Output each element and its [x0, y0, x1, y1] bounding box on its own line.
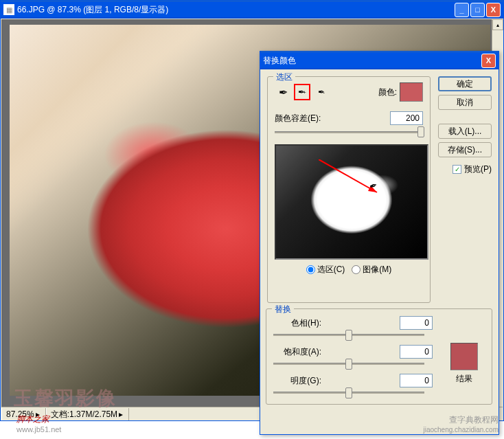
- preview-check-icon[interactable]: ✓: [453, 165, 461, 174]
- doc-icon: ▦: [3, 4, 14, 15]
- replace-group: 替换 色相(H): 饱和度(A): 明度(G):: [266, 308, 492, 405]
- eyedropper-add-tool[interactable]: ✒+: [294, 84, 310, 100]
- watermark-left: 脚本之家 www.jb51.net: [16, 413, 61, 434]
- doc-title: 66.JPG @ 87.3% (图层 1, RGB/8/显示器): [17, 4, 455, 16]
- radio-image-input[interactable]: [352, 265, 360, 274]
- fuzziness-input[interactable]: [390, 111, 423, 125]
- replace-color-dialog: 替换颜色 X 选区 ✒ ✒+ ✒- 颜色: 颜色容差(E):: [260, 51, 499, 435]
- saturation-label: 饱和度(A):: [273, 346, 321, 358]
- lightness-label: 明度(G):: [273, 375, 321, 387]
- svg-line-0: [319, 159, 377, 192]
- radio-selection-input[interactable]: [306, 265, 315, 274]
- maximize-button[interactable]: □: [470, 3, 485, 17]
- eyedropper-cursor-icon: ✒: [368, 179, 380, 192]
- hue-input[interactable]: [400, 316, 433, 330]
- color-label: 颜色:: [378, 87, 397, 98]
- lightness-input[interactable]: [400, 374, 433, 387]
- saturation-slider[interactable]: [273, 360, 424, 370]
- replace-legend: 替换: [272, 304, 294, 315]
- fuzziness-slider[interactable]: [275, 126, 423, 139]
- selection-color-swatch[interactable]: [400, 82, 423, 102]
- dialog-titlebar[interactable]: 替换颜色 X: [260, 52, 499, 69]
- watermark-right: 查字典教程网 jiaocheng.chazidian.com: [423, 414, 499, 434]
- radio-image[interactable]: 图像(M): [352, 264, 391, 275]
- docinfo-dropdown-icon[interactable]: ▸: [117, 408, 124, 420]
- lightness-slider-thumb[interactable]: [345, 387, 352, 398]
- save-button[interactable]: 存储(S)...: [438, 142, 492, 157]
- eyedropper-tool[interactable]: ✒: [275, 84, 291, 100]
- radio-selection[interactable]: 选区(C): [306, 264, 345, 275]
- preview-checkbox-label: 预览(P): [464, 164, 492, 175]
- saturation-slider-thumb[interactable]: [345, 359, 352, 370]
- hue-slider-thumb[interactable]: [345, 330, 352, 341]
- selection-group: 选区 ✒ ✒+ ✒- 颜色: 颜色容差(E):: [267, 76, 431, 303]
- lightness-slider[interactable]: [273, 389, 424, 398]
- fuzziness-label: 颜色容差(E):: [275, 113, 321, 124]
- doc-titlebar[interactable]: ▦ 66.JPG @ 87.3% (图层 1, RGB/8/显示器) _ □ X: [1, 1, 503, 19]
- scroll-up-arrow[interactable]: ▴: [492, 19, 503, 30]
- selection-legend: 选区: [273, 71, 295, 83]
- close-button[interactable]: X: [486, 3, 501, 17]
- cancel-button[interactable]: 取消: [438, 95, 492, 110]
- selection-preview[interactable]: ✒: [275, 144, 428, 260]
- fuzziness-slider-thumb[interactable]: [417, 126, 424, 137]
- hue-slider[interactable]: [273, 331, 424, 341]
- watermark-main: 玉馨羽影像: [14, 385, 117, 412]
- preview-checkbox[interactable]: ✓ 预览(P): [438, 164, 492, 175]
- saturation-input[interactable]: [400, 345, 433, 359]
- result-color-swatch[interactable]: [450, 343, 478, 370]
- annotation-arrow: [319, 159, 387, 201]
- eyedropper-subtract-tool[interactable]: ✒-: [313, 84, 330, 100]
- result-label: 结果: [450, 373, 478, 385]
- minimize-button[interactable]: _: [455, 3, 469, 17]
- dialog-title: 替换颜色: [263, 55, 481, 67]
- dialog-close-button[interactable]: X: [481, 54, 496, 68]
- load-button[interactable]: 载入(L)...: [438, 124, 492, 139]
- hue-label: 色相(H):: [273, 317, 321, 329]
- ok-button[interactable]: 确定: [438, 76, 492, 91]
